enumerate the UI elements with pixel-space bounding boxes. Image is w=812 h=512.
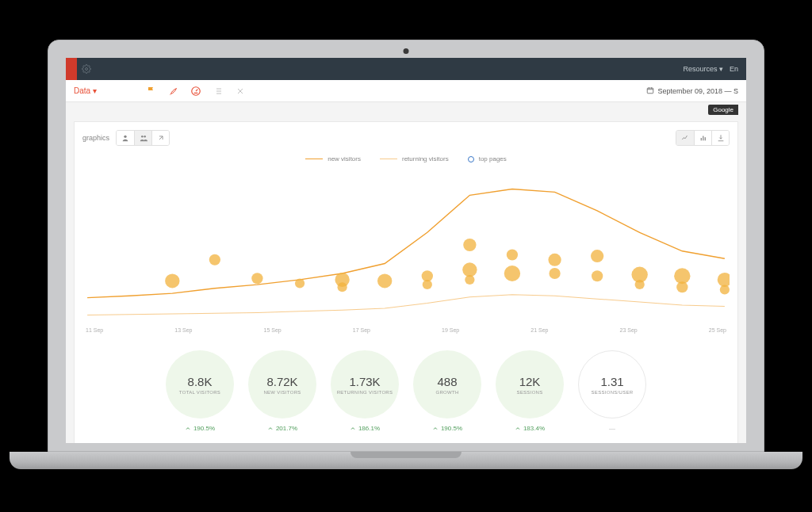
data-dropdown[interactable]: Data ▾ bbox=[74, 86, 97, 95]
svg-point-9 bbox=[165, 273, 179, 288]
stat-value: 1.31 bbox=[600, 375, 623, 388]
analytics-panel: Google graphics new visitors bbox=[74, 121, 738, 443]
svg-point-4 bbox=[141, 136, 144, 138]
stat-circle: 8.8KTOTAL VISITORS bbox=[166, 350, 234, 418]
svg-point-20 bbox=[463, 239, 476, 251]
stat-circle: 1.73KRETURNING VISITORS bbox=[331, 350, 399, 418]
svg-point-3 bbox=[124, 136, 126, 138]
legend-label: new visitors bbox=[327, 155, 361, 162]
stat-label: GROWTH bbox=[435, 390, 458, 395]
stat-card[interactable]: 1.73KRETURNING VISITORS186.1% bbox=[331, 350, 399, 432]
legend-label: returning visitors bbox=[402, 155, 449, 162]
stat-card[interactable]: 8.72KNEW VISITORS201.7% bbox=[248, 350, 316, 432]
svg-point-5 bbox=[144, 136, 146, 138]
lang-link[interactable]: En bbox=[730, 65, 738, 73]
visitors-chart bbox=[82, 166, 730, 324]
segment-expand-icon[interactable] bbox=[151, 131, 169, 145]
svg-point-31 bbox=[718, 273, 730, 287]
stat-label: RETURNING VISITORS bbox=[337, 390, 393, 395]
svg-point-15 bbox=[377, 273, 392, 288]
stat-label: SESSIONS bbox=[516, 390, 542, 395]
chart-bar-icon[interactable] bbox=[694, 131, 711, 145]
laptop-frame: Resources ▾ En Data ▾ bbox=[48, 40, 764, 468]
legend-top-pages[interactable]: top pages bbox=[468, 155, 507, 162]
list-icon[interactable] bbox=[211, 84, 225, 98]
chart-line-icon[interactable] bbox=[676, 131, 694, 145]
x-tick-label: 23 Sep bbox=[620, 327, 638, 333]
legend-new-visitors[interactable]: new visitors bbox=[305, 155, 361, 162]
svg-point-19 bbox=[465, 275, 474, 285]
app-root: Resources ▾ En Data ▾ bbox=[66, 58, 746, 443]
topbar: Resources ▾ En bbox=[66, 58, 746, 80]
svg-rect-7 bbox=[703, 136, 703, 141]
stat-label: SESSIONS/USER bbox=[592, 390, 634, 395]
stat-card[interactable]: 488GROWTH190.5% bbox=[413, 350, 481, 432]
flag-icon[interactable] bbox=[144, 84, 159, 98]
legend-returning-visitors[interactable]: returning visitors bbox=[380, 155, 449, 162]
resources-label: Resources bbox=[683, 65, 717, 73]
laptop-notch bbox=[350, 452, 462, 458]
svg-point-17 bbox=[423, 280, 432, 289]
stat-delta: 186.1% bbox=[350, 425, 380, 432]
stat-value: 12K bbox=[519, 375, 541, 388]
data-dropdown-label: Data bbox=[74, 86, 90, 95]
svg-point-0 bbox=[86, 68, 88, 71]
stat-card[interactable]: 8.8KTOTAL VISITORS190.5% bbox=[166, 350, 234, 432]
date-range-label: September 09, 2018 — S bbox=[657, 87, 738, 95]
stat-circle: 1.31SESSIONS/USER bbox=[578, 350, 646, 418]
stat-circle: 12KSESSIONS bbox=[496, 350, 564, 418]
svg-point-18 bbox=[462, 262, 477, 277]
camera-dot bbox=[404, 48, 409, 54]
chart-type-buttons bbox=[676, 130, 730, 146]
x-tick-label: 17 Sep bbox=[353, 327, 370, 333]
tools-icon[interactable] bbox=[233, 84, 247, 98]
download-icon[interactable] bbox=[711, 131, 729, 145]
x-tick-label: 13 Sep bbox=[174, 327, 192, 333]
stat-delta: 190.5% bbox=[185, 425, 215, 432]
svg-rect-2 bbox=[648, 88, 654, 94]
svg-point-28 bbox=[635, 280, 645, 289]
stat-circle: 488GROWTH bbox=[413, 350, 481, 418]
stat-card[interactable]: 12KSESSIONS183.4% bbox=[496, 350, 564, 432]
laptop-base bbox=[10, 452, 802, 469]
gear-icon[interactable] bbox=[82, 64, 91, 74]
x-tick-label: 19 Sep bbox=[442, 327, 459, 333]
svg-point-23 bbox=[548, 254, 561, 266]
stat-delta: — bbox=[609, 425, 615, 432]
stat-label: NEW VISITORS bbox=[263, 390, 301, 395]
stat-card[interactable]: 1.31SESSIONS/USER— bbox=[578, 350, 646, 432]
stat-delta: 183.4% bbox=[515, 425, 545, 432]
svg-rect-6 bbox=[700, 138, 701, 140]
stat-value: 1.73K bbox=[349, 375, 380, 388]
segment-buttons bbox=[116, 130, 170, 146]
svg-point-30 bbox=[676, 281, 688, 292]
svg-point-10 bbox=[209, 254, 220, 266]
rocket-icon[interactable] bbox=[167, 84, 181, 98]
svg-point-29 bbox=[674, 268, 690, 284]
stat-label: TOTAL VISITORS bbox=[179, 390, 220, 395]
chart-legend: new visitors returning visitors top page… bbox=[82, 155, 730, 162]
svg-point-11 bbox=[251, 273, 262, 284]
stat-value: 488 bbox=[437, 375, 457, 388]
date-range-picker[interactable]: September 09, 2018 — S bbox=[646, 86, 738, 96]
stat-value: 8.8K bbox=[188, 375, 213, 388]
svg-point-21 bbox=[504, 266, 520, 281]
svg-point-14 bbox=[338, 282, 347, 292]
svg-point-12 bbox=[295, 279, 304, 288]
svg-point-26 bbox=[592, 270, 603, 281]
svg-rect-8 bbox=[704, 137, 705, 140]
dashboard-icon[interactable] bbox=[189, 84, 203, 98]
svg-point-25 bbox=[591, 250, 603, 262]
stat-delta: 201.7% bbox=[267, 425, 297, 432]
brand-block[interactable] bbox=[66, 58, 77, 80]
toolbar: Data ▾ bbox=[66, 80, 746, 102]
x-axis-labels: 11 Sep13 Sep15 Sep17 Sep19 Sep21 Sep23 S… bbox=[82, 324, 730, 333]
calendar-icon bbox=[646, 86, 654, 96]
segment-people-icon[interactable] bbox=[134, 131, 151, 145]
x-tick-label: 15 Sep bbox=[264, 327, 282, 333]
segment-person-icon[interactable] bbox=[117, 131, 134, 145]
legend-label: top pages bbox=[479, 155, 507, 162]
stat-circle: 8.72KNEW VISITORS bbox=[248, 350, 316, 418]
resources-link[interactable]: Resources ▾ bbox=[683, 65, 723, 73]
provider-badge: Google bbox=[708, 105, 738, 115]
